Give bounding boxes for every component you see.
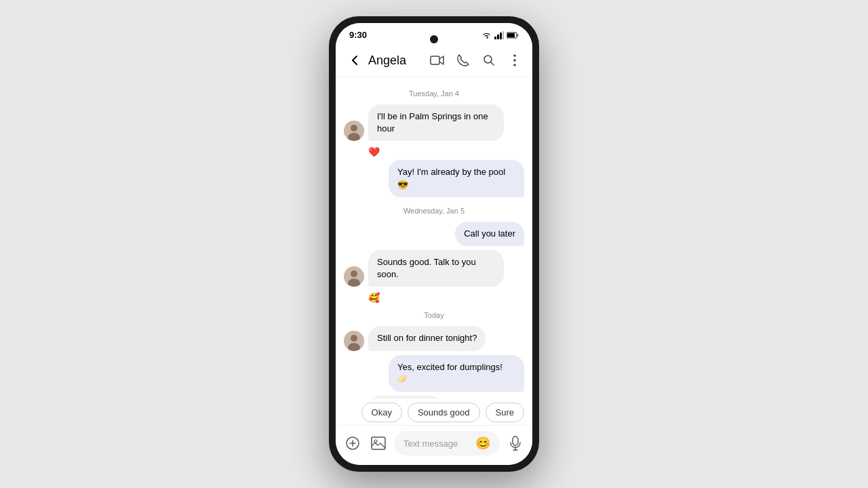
phone-frame: 9:30: [329, 16, 539, 472]
svg-point-8: [484, 56, 492, 63]
svg-rect-25: [372, 437, 385, 449]
status-icons: [481, 31, 519, 39]
message-input[interactable]: Text message 😊: [394, 431, 500, 455]
top-bar: Angela: [336, 44, 532, 77]
avatar: [344, 266, 364, 287]
svg-point-16: [351, 270, 357, 277]
date-divider: Wednesday, Jan 5: [344, 207, 524, 215]
message-bubble: Still on for dinner tonight?: [368, 326, 486, 350]
message-reaction: 🥰: [368, 292, 524, 303]
wifi-icon: [481, 31, 492, 39]
svg-rect-5: [517, 34, 519, 37]
message-row: Yes, excited for dumplings! 🥟: [344, 355, 524, 392]
quick-reply-button[interactable]: Sure: [486, 403, 524, 422]
avatar: [344, 331, 364, 351]
message-row: Still on for dinner tonight?: [344, 326, 524, 350]
svg-point-26: [374, 440, 377, 443]
video-call-button[interactable]: [428, 51, 447, 70]
add-button[interactable]: [342, 433, 363, 453]
signal-icon: [494, 31, 504, 39]
svg-point-10: [513, 59, 516, 62]
status-bar: 9:30: [336, 23, 532, 44]
message-bubble: I'll be in Palm Springs in one hour: [368, 104, 504, 141]
svg-point-9: [513, 54, 516, 57]
svg-point-11: [513, 64, 516, 66]
status-time: 9:30: [349, 30, 367, 40]
message-row: Call you later: [344, 222, 524, 246]
quick-reply-button[interactable]: Sounds good: [408, 403, 480, 422]
mic-button[interactable]: [505, 433, 526, 453]
svg-rect-27: [513, 436, 518, 445]
date-divider: Today: [344, 311, 524, 319]
svg-point-19: [351, 335, 357, 342]
input-area: Text message 😊: [336, 425, 532, 465]
phone-call-button[interactable]: [454, 51, 473, 70]
svg-rect-2: [500, 33, 502, 39]
search-button[interactable]: [479, 51, 498, 70]
more-options-button[interactable]: [505, 51, 524, 70]
svg-rect-7: [431, 56, 439, 64]
svg-rect-0: [494, 37, 496, 39]
emoji-button[interactable]: 😊: [475, 436, 490, 451]
message-row: Yay! I'm already by the pool 😎: [344, 160, 524, 197]
message-bubble: See you soon!: [368, 396, 442, 399]
quick-reply-button[interactable]: Okay: [361, 403, 402, 422]
camera-notch: [430, 35, 438, 43]
svg-rect-1: [497, 35, 499, 39]
message-row: Sounds good. Talk to you soon.: [344, 250, 524, 287]
message-reaction: ❤️: [368, 146, 524, 157]
battery-icon: [507, 32, 519, 39]
quick-replies: OkaySounds goodSure: [336, 399, 532, 425]
message-bubble: Call you later: [455, 222, 524, 246]
message-bubble: Yay! I'm already by the pool 😎: [389, 160, 524, 197]
svg-rect-6: [507, 33, 515, 37]
svg-point-13: [351, 125, 357, 131]
message-bubble: Yes, excited for dumplings! 🥟: [389, 355, 524, 392]
gallery-button[interactable]: [368, 433, 389, 453]
svg-rect-3: [502, 31, 504, 39]
top-actions: [428, 51, 524, 70]
contact-name: Angela: [368, 54, 428, 68]
input-placeholder: Text message: [403, 439, 458, 449]
message-bubble: Sounds good. Talk to you soon.: [368, 250, 504, 287]
phone-screen: 9:30: [336, 23, 532, 465]
avatar: [344, 121, 364, 141]
back-button[interactable]: [344, 49, 366, 71]
date-divider: Tuesday, Jan 4: [344, 89, 524, 98]
messages-area: Tuesday, Jan 4 I'll be in Palm Springs i…: [336, 77, 532, 399]
message-row: I'll be in Palm Springs in one hour: [344, 104, 524, 141]
